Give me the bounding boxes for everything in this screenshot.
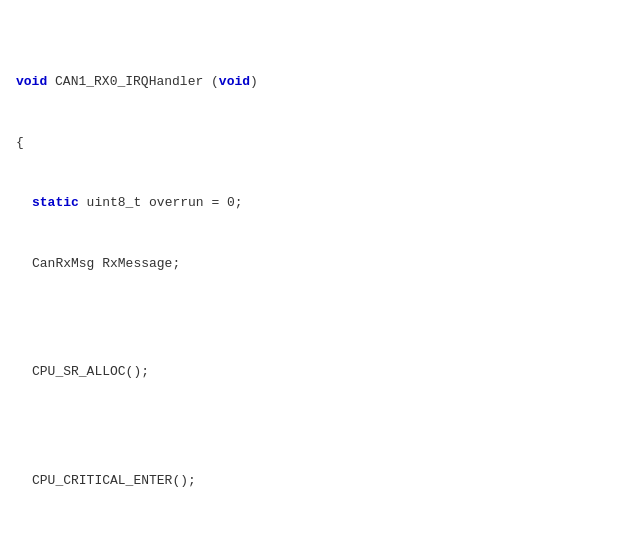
line-open-brace: {	[16, 133, 626, 153]
func-name: CAN1_RX0_IRQHandler (	[55, 74, 219, 89]
line-static: static uint8_t overrun = 0;	[16, 193, 626, 213]
keyword-void2: void	[219, 74, 250, 89]
spacer2	[16, 423, 626, 431]
line-func-signature: void CAN1_RX0_IRQHandler (void)	[16, 72, 626, 92]
line-rxmsg: CanRxMsg RxMessage;	[16, 254, 626, 274]
spacer1	[16, 314, 626, 322]
line-cpu-critical-enter: CPU_CRITICAL_ENTER();	[16, 471, 626, 491]
code-container: void CAN1_RX0_IRQHandler (void) { static…	[16, 12, 626, 533]
keyword-void: void	[16, 74, 47, 89]
line-cpu-sr-alloc: CPU_SR_ALLOC();	[16, 362, 626, 382]
